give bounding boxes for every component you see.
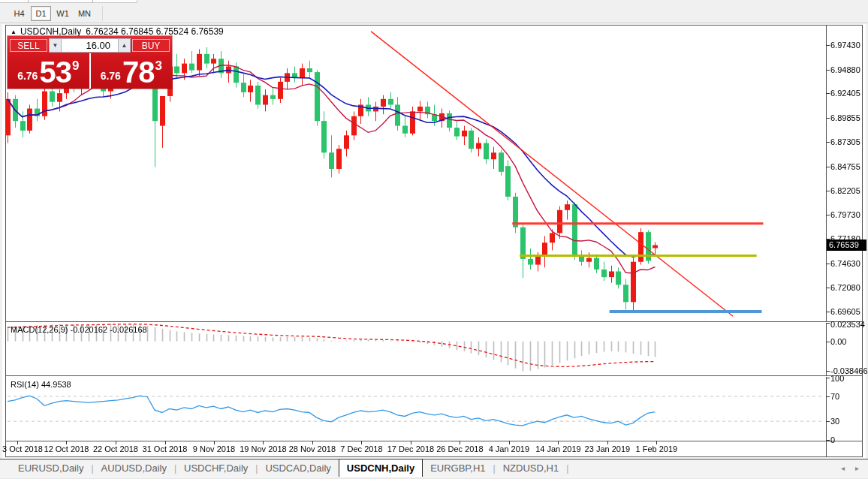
chart-ohlc-values: 6.76234 6.76845 6.75524 6.76539: [86, 26, 224, 37]
price-axis-label: 6.92405: [830, 89, 860, 98]
time-axis-label: 22 Oct 2018: [93, 444, 138, 453]
toolbar-edge-segment: [0, 0, 137, 3]
time-axis-label: 7 Dec 2018: [340, 444, 382, 453]
symbol-tab-bar: EURUSD,Daily|AUDUSD,Daily|USDCHF,Daily|U…: [0, 459, 868, 477]
tab-usdcad-daily[interactable]: USDCAD,Daily: [258, 459, 338, 477]
time-axis-label: 14 Jan 2019: [535, 444, 581, 453]
macd-value: -0.020162: [70, 325, 107, 334]
volume-decrease-icon[interactable]: ▼: [49, 38, 62, 53]
timeframe-button-h4[interactable]: H4: [9, 6, 29, 21]
sell-price-sup: 9: [72, 59, 79, 74]
time-axis-label: 17 Dec 2018: [387, 444, 434, 453]
time-axis-label: 1 Feb 2019: [636, 444, 678, 453]
buy-price[interactable]: 6.76 78 3: [91, 53, 173, 89]
rsi-indicator-label: RSI(14) 44.9538: [11, 380, 71, 389]
sell-button[interactable]: SELL: [10, 39, 47, 52]
trade-panel-prices: 6.76 53 9 6.76 78 3: [8, 53, 172, 89]
sell-price[interactable]: 6.76 53 9: [8, 53, 91, 89]
price-axis-label: 6.84755: [830, 162, 860, 171]
time-axis-label: 26 Dec 2018: [436, 444, 483, 453]
macd-name: MACD(12,26,9): [11, 325, 68, 334]
buy-price-prefix: 6.76: [101, 70, 121, 82]
rsi-axis-label: 100: [830, 374, 844, 383]
timeframe-button-mn[interactable]: MN: [74, 6, 95, 21]
tab-audusd-daily[interactable]: AUDUSD,Daily: [94, 459, 174, 477]
collapse-arrow-icon: ▲: [11, 29, 17, 35]
current-price-badge: 6.76539: [827, 240, 866, 251]
buy-price-sup: 3: [155, 59, 161, 74]
tab-eurgbp-h1[interactable]: EURGBP,H1: [423, 459, 493, 477]
time-axis-label: 23 Jan 2019: [585, 444, 631, 453]
tab-eurusd-daily[interactable]: EURUSD,Daily: [11, 459, 91, 477]
price-axis-label: 6.87305: [830, 137, 860, 146]
macd-indicator-label: MACD(12,26,9) -0.020162 -0.026168: [11, 325, 147, 334]
chart-symbol-label: USDCNH,Daily: [20, 26, 81, 37]
one-click-trade-panel: SELL ▼ 16.00 ▲ BUY 6.76 53 9 6.76 78 3: [8, 36, 172, 89]
volume-field[interactable]: 16.00: [62, 38, 118, 53]
rsi-axis-label: 0: [830, 435, 835, 444]
price-axis-label: 6.97430: [830, 41, 860, 50]
price-axis-label: 6.79730: [830, 210, 860, 219]
tab-nzdusd-h1[interactable]: NZDUSD,H1: [496, 459, 566, 477]
price-axis-label: 6.82205: [830, 186, 860, 195]
rsi-name: RSI(14): [11, 380, 39, 389]
tab-usdchf-daily[interactable]: USDCHF,Daily: [176, 459, 255, 477]
tab-scroll-controls: ◂▸: [841, 459, 868, 477]
price-axis-label: 6.69605: [830, 307, 860, 316]
rsi-axis-label: 70: [830, 392, 839, 401]
tab-usdcnh-daily[interactable]: USDCNH,Daily: [339, 459, 423, 477]
time-axis-label: 31 Oct 2018: [143, 444, 188, 453]
tab-separator: |: [566, 459, 568, 477]
time-axis-label: 3 Oct 2018: [2, 444, 43, 453]
volume-increase-icon[interactable]: ▲: [118, 38, 131, 53]
toolbar-separator: [102, 6, 103, 21]
tab-scroll-left-icon[interactable]: ◂: [841, 464, 845, 472]
macd-axis-label: 0.00: [830, 337, 846, 346]
macd-signal-value: -0.026168: [110, 325, 147, 334]
price-axis-label: 6.94880: [830, 65, 860, 74]
buy-price-big: 78: [122, 59, 155, 86]
toolbar-edge-tick: [28, 0, 29, 3]
timeframe-button-d1[interactable]: D1: [31, 6, 51, 21]
chart-title: ▲USDCNH,Daily6.76234 6.76845 6.75524 6.7…: [11, 26, 224, 37]
toolbar-edge-tick: [92, 0, 93, 3]
timeframe-toolbar: H4D1W1MN: [0, 4, 868, 23]
tab-scroll-right-icon[interactable]: ▸: [855, 464, 859, 472]
sell-price-prefix: 6.76: [17, 70, 38, 82]
time-axis-label: 19 Nov 2018: [240, 444, 286, 453]
price-axis-label: 6.74630: [830, 259, 860, 268]
volume-stepper: ▼ 16.00 ▲: [49, 38, 131, 53]
trading-app-window: H4D1W1MN ▲USDCNH,Daily6.76234 6.76845 6.…: [0, 0, 868, 479]
time-axis-label: 4 Jan 2019: [489, 444, 529, 453]
price-axis-label: 6.89855: [830, 113, 860, 122]
trade-panel-controls: SELL ▼ 16.00 ▲ BUY: [8, 36, 172, 53]
timeframe-button-w1[interactable]: W1: [53, 6, 73, 21]
time-axis-label: 9 Nov 2018: [193, 444, 235, 453]
rsi-value: 44.9538: [41, 380, 71, 389]
price-axis-label: 6.72080: [830, 283, 860, 292]
time-axis-label: 28 Nov 2018: [289, 444, 336, 453]
macd-axis-label: 0.023534: [830, 320, 865, 329]
rsi-axis-label: 30: [830, 417, 839, 426]
sell-price-big: 53: [39, 59, 71, 86]
time-axis-label: 12 Oct 2018: [44, 444, 89, 453]
buy-button[interactable]: BUY: [132, 39, 170, 52]
